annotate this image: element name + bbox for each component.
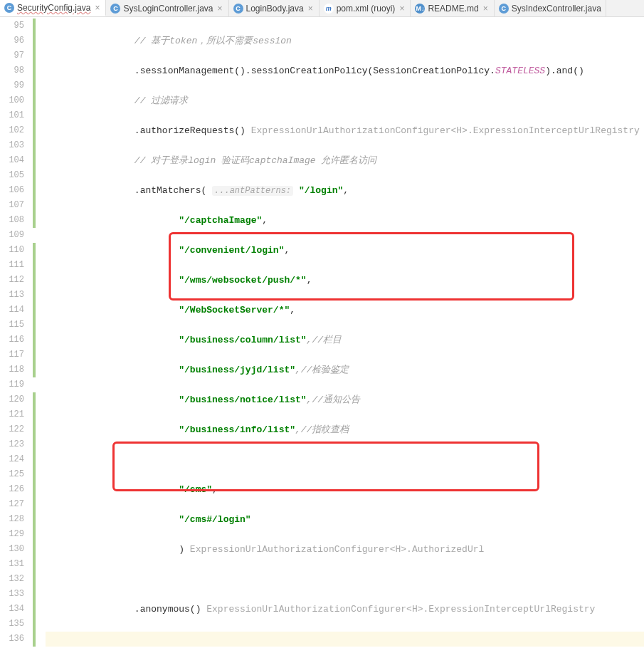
close-icon[interactable]: × — [482, 4, 490, 14]
change-markers — [31, 17, 46, 653]
close-icon[interactable]: × — [93, 3, 101, 13]
close-icon[interactable]: × — [398, 4, 406, 14]
java-class-icon: C — [499, 4, 509, 14]
comment: // 基于token，所以不需要session — [134, 36, 292, 46]
close-icon[interactable]: × — [307, 4, 315, 14]
maven-icon: m — [324, 4, 334, 14]
tab-loginbody[interactable]: C LoginBody.java × — [229, 0, 320, 16]
close-icon[interactable]: × — [216, 4, 223, 14]
code-area[interactable]: // 基于token，所以不需要session .sessionManageme… — [46, 17, 644, 653]
tab-label: SysIndexController.java — [512, 4, 601, 14]
tab-pom[interactable]: m pom.xml (ruoyi) × — [320, 0, 411, 16]
code-editor[interactable]: 9596979899100101102103104105106107108109… — [0, 17, 644, 653]
tab-sysindexcontroller[interactable]: C SysIndexController.java — [495, 0, 606, 16]
tab-label: pom.xml (ruoyi) — [337, 4, 396, 14]
tab-readme[interactable]: M↓ README.md × — [411, 0, 494, 16]
tab-label: SysLoginController.java — [123, 4, 213, 14]
java-class-icon: C — [4, 3, 14, 13]
java-class-icon: C — [110, 4, 120, 14]
tab-label: SecurityConfig.java — [17, 3, 90, 13]
tab-label: LoginBody.java — [246, 4, 304, 14]
editor-tabs: C SecurityConfig.java × C SysLoginContro… — [0, 0, 644, 17]
java-class-icon: C — [233, 4, 243, 14]
gutter: 9596979899100101102103104105106107108109… — [0, 17, 31, 653]
tab-securityconfig[interactable]: C SecurityConfig.java × — [0, 0, 106, 16]
param-hint: ...antPatterns: — [212, 186, 293, 196]
tab-label: README.md — [428, 4, 478, 14]
tab-syslogincontroller[interactable]: C SysLoginController.java × — [106, 0, 228, 16]
markdown-icon: M↓ — [415, 4, 425, 14]
